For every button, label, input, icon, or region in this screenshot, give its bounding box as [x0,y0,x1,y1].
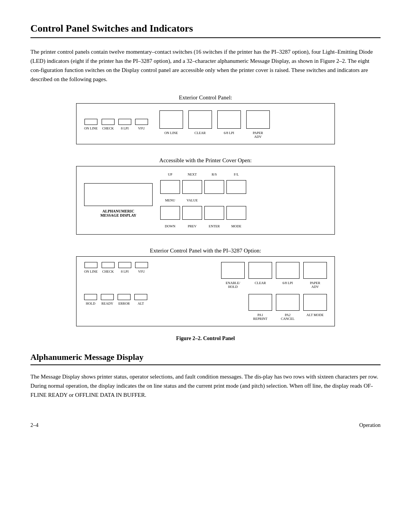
pi-btn-hold-label: HOLD [86,302,96,305]
pi-btn-enablehold: ENABLE/ HOLD [221,262,245,289]
pi3287-panel-label: Exterior Control Panel with the PI–3287 … [150,248,261,254]
btn-rs [204,180,224,194]
pi-btn-hold-rect [84,294,97,300]
pi-btn-vfu-label: VFU [138,270,145,273]
btn-paperadv-large: PAPER ADV [246,110,270,139]
pi-btn-check: CHECK [102,262,115,273]
btn-68lpi-large-rect [217,110,241,129]
label-mode: MODE [226,224,246,228]
pi-btn-paperadv: PAPER ADV [303,262,327,289]
pi-btn-clear-rect [249,262,272,279]
label-menu: MENU [160,198,180,202]
pi-btn-online-label: ON LINE [84,270,98,273]
btn-up [160,180,180,194]
pi3287-row1-large: ENABLE/ HOLD CLEAR 6/8 LPI PAPER ADV [221,262,327,289]
pi-btn-68lpi: 6/8 LPI [276,262,299,285]
pi-btn-altmode-rect [303,294,327,311]
pi-btn-error-rect [118,294,131,300]
btn-prev [182,206,202,220]
pi-btn-alt: ALT [134,294,147,305]
pi-btn-ready: READY [101,294,114,305]
accessible-panel-label: Accessible with the Printer Cover Open: [159,157,252,164]
btn-online-large-rect [159,110,183,129]
btn-online-small: ON LINE [84,119,98,130]
pi-btn-8lpi: 8 LPI [118,262,131,273]
pi-btn-pa2cancel-label: PA2 CANCEL [281,313,295,321]
btn-check-label: CHECK [102,126,114,130]
btn-next [182,180,202,194]
label-fl: F/L [226,173,246,176]
pi3287-row2-large: PA1 REPRINT PA2 CANCEL ALT MODE [221,294,327,321]
figure-caption: Figure 2–2. Control Panel [30,335,381,342]
pi-btn-8lpi-label: 8 LPI [121,270,129,273]
pi-btn-online: ON LINE [84,262,98,273]
pi-btn-enablehold-label: ENABLE/ HOLD [226,281,240,289]
pi-btn-8lpi-rect [118,262,131,268]
nav-area: UP NEXT R/S F/L MENU VALUE [160,173,327,228]
pi-btn-pa2cancel: PA2 CANCEL [276,294,299,321]
btn-mode [226,206,246,220]
btn-clear-large-label: CLEAR [194,131,206,135]
section-title: Control Panel Switches and Indicators [30,23,381,38]
display-rect [84,183,153,206]
exterior-panel-box: ON LINE CHECK 8 LPI VFU ON LIN [76,103,335,144]
body-text: The Message Display shows printer status… [30,372,381,399]
btn-clear-large: CLEAR [188,110,212,139]
btn-online-label: ON LINE [84,126,98,130]
btn-online-rect [84,119,97,125]
pi-btn-check-rect [102,262,115,268]
btn-clear-large-rect [188,110,212,129]
pi-btn-vfu: VFU [135,262,148,273]
pi3287-row2: HOLD READY ERROR ALT [84,294,327,321]
exterior-small-buttons: ON LINE CHECK 8 LPI VFU [84,119,148,130]
pi-btn-ready-label: READY [102,302,113,305]
btn-paperadv-large-label: PAPER ADV [253,131,263,139]
btn-check-rect [102,119,115,125]
label-next: NEXT [182,173,202,176]
btn-vfu-rect [135,119,148,125]
btn-68lpi-large: 6/8 LPI [217,110,241,139]
pi-btn-pa1reprint-rect [249,294,272,311]
pi-btn-online-rect [84,262,97,268]
label-rs: R/S [204,173,224,176]
pi3287-panel-diagram: Exterior Control Panel with the PI–3287 … [30,248,381,328]
pi-btn-clear: CLEAR [249,262,272,285]
btn-enter [204,206,224,220]
pi-btn-paperadv-rect [303,262,327,279]
exterior-panel-label: Exterior Control Panel: [179,94,232,101]
pi-btn-pa2cancel-rect [276,294,299,311]
pi-btn-clear-label: CLEAR [255,281,266,285]
pi-btn-hold: HOLD [84,294,97,305]
label-down: DOWN [160,224,180,228]
pi-btn-68lpi-rect [276,262,299,279]
pi-btn-altmode: ALT MODE [303,294,327,317]
btn-vfu-label: VFU [138,126,145,130]
pi-btn-vfu-rect [135,262,148,268]
btn-8lpi-label: 8 LPI [121,126,129,130]
pi-btn-ready-rect [101,294,114,300]
pi-btn-alt-rect [134,294,147,300]
pi-btn-68lpi-label: 6/8 LPI [282,281,293,285]
label-value: VALUE [182,198,202,202]
btn-online-large: ON LINE [159,110,183,139]
btn-8lpi-rect [118,119,131,125]
footer-page-number: 2–4 [30,422,38,428]
btn-vfu-small: VFU [135,119,148,130]
pi-btn-error-label: ERROR [118,302,130,305]
pi-btn-alt-label: ALT [138,302,144,305]
pi-btn-error: ERROR [118,294,131,305]
btn-paperadv-large-rect [246,110,270,129]
btn-check-small: CHECK [102,119,115,130]
intro-text: The printer control panels contain twelv… [30,47,381,84]
btn-fl [226,180,246,194]
subsection-title: Alphanumeric Message Display [30,352,381,365]
pi-btn-pa1reprint-label: PA1 REPRINT [253,313,268,321]
pi-btn-check-label: CHECK [102,270,114,273]
label-up: UP [160,173,180,176]
btn-68lpi-large-label: 6/8 LPI [224,131,234,135]
exterior-panel-diagram: Exterior Control Panel: ON LINE CHECK 8 … [30,94,381,146]
pi3287-row1-small: ON LINE CHECK 8 LPI VFU [84,262,148,273]
btn-down [160,206,180,220]
label-prev: PREV [182,224,202,228]
btn-8lpi-small: 8 LPI [118,119,131,130]
